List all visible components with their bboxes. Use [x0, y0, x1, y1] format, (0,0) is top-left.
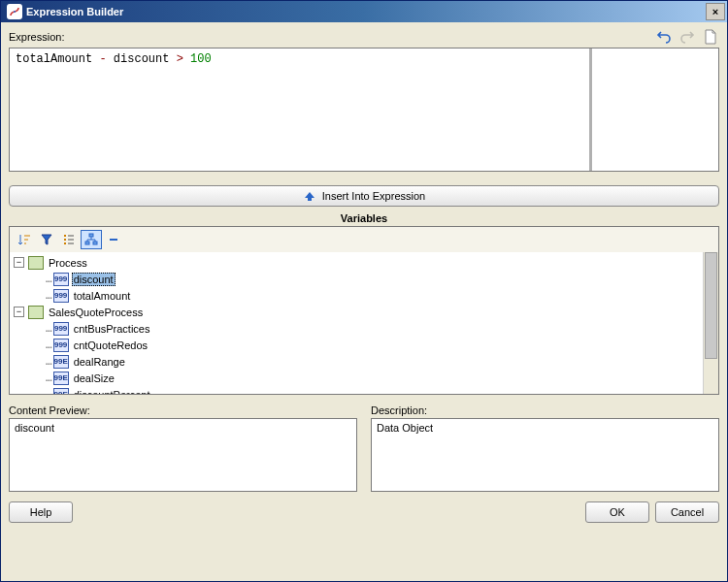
hierarchy-icon — [84, 233, 98, 246]
tree-row[interactable]: −Process — [14, 254, 701, 271]
tree-scrollbar[interactable] — [703, 252, 718, 394]
tree-row[interactable]: …999discount — [14, 271, 701, 287]
sort-icon-button[interactable] — [14, 230, 35, 249]
tree-node-label[interactable]: totalAmount — [72, 290, 133, 302]
tree-node-label[interactable]: discountPercent — [72, 389, 152, 395]
help-button[interactable]: Help — [9, 501, 73, 523]
tree-connector: … — [46, 355, 51, 368]
filter-icon-button[interactable] — [36, 230, 57, 249]
tree-node-label[interactable]: SalesQuoteProcess — [47, 307, 145, 318]
toggle-spacer — [31, 340, 42, 350]
content-preview-value: discount — [15, 422, 54, 434]
svg-rect-6 — [93, 242, 97, 244]
folder-icon — [28, 256, 44, 270]
tree-node-label[interactable]: cntQuoteRedos — [72, 340, 149, 351]
insert-into-expression-button[interactable]: Insert Into Expression — [9, 185, 719, 207]
undo-button[interactable] — [655, 28, 673, 46]
expr-token: discount — [114, 52, 170, 66]
tree-row[interactable]: …99EdiscountPercent — [14, 386, 701, 394]
svg-rect-3 — [64, 242, 66, 244]
toggle-spacer — [31, 389, 42, 394]
folder-icon — [28, 306, 44, 319]
tree-row[interactable]: …99EdealSize — [14, 370, 701, 386]
redo-button[interactable] — [678, 28, 696, 46]
svg-rect-7 — [110, 239, 117, 241]
tree-connector: … — [46, 372, 51, 384]
collapse-icon-button[interactable] — [103, 230, 124, 249]
variable-icon: 999 — [53, 339, 69, 352]
expr-token: totalAmount — [16, 52, 92, 66]
collapse-toggle[interactable]: − — [14, 307, 24, 317]
tree-row[interactable]: …999cntBusPractices — [14, 320, 701, 337]
expr-token: - — [92, 52, 114, 66]
new-doc-icon — [704, 29, 717, 45]
tree-connector: … — [46, 339, 51, 351]
tree-row[interactable]: …999totalAmount — [14, 287, 701, 304]
content-preview-label: Content Preview: — [9, 404, 357, 416]
toggle-spacer — [31, 372, 42, 383]
expression-text[interactable]: totalAmount - discount > 100 — [10, 48, 592, 171]
redo-icon — [679, 29, 695, 45]
variable-icon: 99E — [53, 388, 69, 395]
insert-up-icon — [303, 190, 316, 202]
svg-point-0 — [14, 11, 16, 13]
svg-rect-1 — [64, 235, 66, 237]
variable-icon: 99E — [53, 355, 69, 369]
description-box: Data Object — [371, 418, 719, 492]
tree-connector: … — [46, 388, 51, 394]
app-icon — [7, 4, 22, 19]
tree-node-label[interactable]: cntBusPractices — [72, 323, 152, 335]
insert-button-label: Insert Into Expression — [322, 190, 425, 202]
expression-toolbar — [655, 28, 719, 46]
toggle-spacer — [31, 323, 42, 334]
hierarchy-icon-button[interactable] — [81, 230, 102, 249]
cancel-button[interactable]: Cancel — [655, 501, 719, 523]
tree-node-label[interactable]: Process — [47, 257, 89, 269]
filter-icon — [40, 233, 53, 246]
description-label: Description: — [371, 404, 719, 416]
variables-toolbar — [10, 227, 718, 252]
scrollbar-thumb[interactable] — [705, 252, 717, 359]
list-icon — [62, 233, 76, 246]
svg-rect-4 — [89, 234, 93, 237]
expression-builder-dialog: Expression Builder × Expression: totalAm… — [0, 0, 728, 582]
tree-node-label[interactable]: discount — [72, 273, 116, 286]
tree-row[interactable]: …999cntQuoteRedos — [14, 337, 701, 353]
close-icon: × — [712, 6, 718, 17]
collapse-toggle[interactable]: − — [14, 257, 24, 268]
toggle-spacer — [31, 356, 42, 367]
toggle-spacer — [31, 290, 42, 301]
variable-icon: 99E — [53, 372, 69, 385]
undo-icon — [656, 29, 672, 45]
variable-icon: 999 — [53, 273, 69, 286]
expression-label: Expression: — [9, 31, 64, 43]
description-value: Data Object — [377, 422, 433, 434]
collapse-icon — [107, 233, 120, 246]
tree-node-label[interactable]: dealSize — [72, 372, 116, 384]
tree-row[interactable]: …99EdealRange — [14, 353, 701, 370]
toggle-spacer — [31, 274, 42, 284]
variables-tree[interactable]: −Process…999discount…999totalAmount−Sale… — [10, 252, 703, 394]
expr-token: 100 — [190, 52, 212, 66]
variable-icon: 999 — [53, 289, 69, 303]
titlebar[interactable]: Expression Builder × — [1, 1, 727, 22]
expression-editor[interactable]: totalAmount - discount > 100 — [9, 48, 719, 172]
variables-panel: −Process…999discount…999totalAmount−Sale… — [9, 226, 719, 395]
variables-heading: Variables — [9, 212, 719, 224]
content-preview-box: discount — [9, 418, 357, 492]
tree-node-label[interactable]: dealRange — [72, 356, 127, 368]
svg-rect-5 — [85, 242, 89, 244]
dialog-content: Expression: totalAmount - discount > 100 — [1, 22, 727, 581]
expression-side-panel — [592, 48, 718, 171]
tree-row[interactable]: −SalesQuoteProcess — [14, 304, 701, 320]
window-title: Expression Builder — [26, 6, 706, 17]
svg-rect-2 — [64, 239, 66, 241]
ok-button[interactable]: OK — [585, 501, 649, 523]
close-button[interactable]: × — [706, 3, 725, 20]
variable-icon: 999 — [53, 322, 69, 336]
expr-token: > — [169, 52, 190, 66]
list-icon-button[interactable] — [58, 230, 80, 249]
tree-connector: … — [46, 273, 51, 285]
new-doc-button[interactable] — [702, 28, 719, 46]
sort-icon — [17, 233, 31, 246]
